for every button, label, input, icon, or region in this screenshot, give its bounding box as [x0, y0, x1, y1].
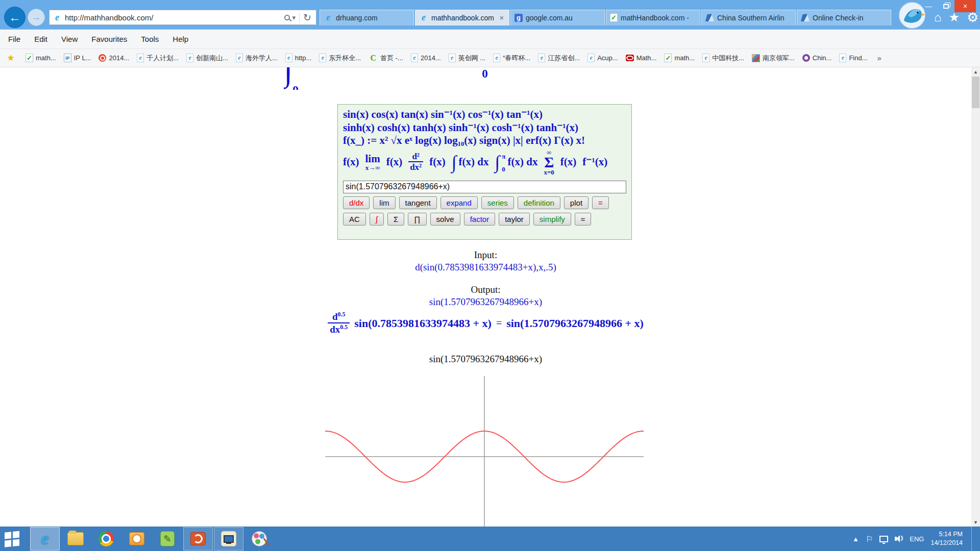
address-bar[interactable]: http://mathhandbook.com/ ▾ ↻ — [49, 10, 316, 25]
favorite-favicon — [839, 54, 846, 62]
calc-button[interactable]: simplify — [533, 213, 571, 226]
taskbar-app-icon — [99, 531, 114, 546]
taskbar-app-icon — [252, 531, 267, 546]
favorite-favicon — [538, 54, 545, 62]
calc-button[interactable]: plot — [564, 196, 589, 209]
favorite-item[interactable]: 南京领军... — [752, 54, 795, 63]
favorite-item[interactable]: “春晖杯... — [493, 54, 530, 63]
expression-input[interactable] — [343, 181, 626, 193]
menu-item[interactable]: Edit — [34, 35, 47, 43]
favorite-label: 中国科技... — [712, 54, 744, 63]
action-center-flag-icon[interactable]: ⚐ — [866, 534, 873, 544]
favorite-item[interactable] — [6, 54, 18, 63]
favorite-item[interactable]: 江苏省创... — [538, 54, 580, 63]
favorite-item[interactable]: http... — [285, 54, 312, 62]
calc-button[interactable]: solve — [430, 213, 460, 226]
favorite-item[interactable]: Acup... — [587, 54, 618, 62]
favorite-item[interactable]: 东升杯全... — [319, 54, 361, 63]
favorites-bar: math... IP L... 2014... 千人计划... — [0, 49, 980, 67]
search-caret-icon[interactable]: ▾ — [291, 14, 298, 21]
taskbar-app[interactable] — [153, 527, 182, 550]
menu-item[interactable]: File — [8, 35, 20, 43]
vertical-scrollbar[interactable]: ▲ ▼ — [971, 67, 980, 527]
tab[interactable]: China Southern Airline… — [701, 10, 796, 26]
favorite-item[interactable]: 2014... — [411, 54, 441, 62]
menu-item[interactable]: View — [61, 35, 78, 43]
favorite-favicon — [319, 54, 326, 62]
taskbar-app[interactable] — [122, 527, 152, 550]
tab[interactable]: drhuang.com — [320, 10, 414, 26]
calc-button[interactable]: = — [592, 196, 609, 209]
language-indicator[interactable]: ENG — [910, 535, 924, 543]
taskbar-app[interactable] — [91, 527, 121, 550]
favorite-item[interactable]: Find... — [839, 54, 867, 62]
favorite-item[interactable]: 千人计划... — [137, 54, 179, 63]
tab[interactable]: Online Check-in — [797, 10, 891, 26]
show-desktop-button[interactable] — [971, 527, 974, 551]
settings-gear-icon[interactable]: ⚙ — [967, 10, 978, 26]
menu-item[interactable]: Tools — [141, 35, 159, 43]
favorite-item[interactable]: IP L... — [64, 54, 91, 62]
calc-button[interactable]: factor — [464, 213, 496, 226]
search-icon[interactable] — [284, 15, 290, 20]
favorites-star-icon[interactable]: ★ — [949, 10, 960, 24]
calc-button[interactable]: lim — [373, 196, 395, 209]
calc-button[interactable]: definition — [518, 196, 560, 209]
taskbar-app[interactable] — [214, 527, 243, 550]
tab-close-icon[interactable]: × — [498, 13, 505, 22]
second-derivative-operator: d² dx² — [408, 152, 423, 172]
taskbar-app[interactable] — [183, 527, 213, 550]
home-icon[interactable]: ⌂ — [934, 10, 942, 24]
tab[interactable]: google.com.au — [510, 10, 605, 26]
network-icon[interactable] — [879, 536, 888, 542]
calc-button[interactable]: tangent — [399, 196, 437, 209]
clock[interactable]: 5:14 PM 14/12/2014 — [930, 530, 963, 547]
calc-button[interactable]: series — [481, 196, 514, 209]
menu-item[interactable]: Help — [173, 35, 188, 43]
favorite-label: Acup... — [597, 54, 618, 62]
taskbar-app-icon — [37, 531, 53, 547]
favorite-item[interactable]: math... — [664, 54, 695, 62]
favorite-favicon — [369, 54, 378, 63]
forward-button[interactable]: → — [28, 9, 45, 26]
scroll-down-arrow[interactable]: ▼ — [971, 518, 980, 527]
taskbar-app[interactable] — [30, 527, 60, 550]
favorite-item[interactable]: math... — [26, 54, 56, 62]
scroll-up-arrow[interactable]: ▲ — [971, 67, 980, 76]
site-favicon-ie — [53, 13, 62, 22]
volume-icon[interactable]: )) — [895, 535, 903, 542]
favorite-item[interactable]: 创新南山... — [186, 54, 228, 63]
menu-item[interactable]: Favourites — [91, 35, 127, 43]
tray-time: 5:14 PM — [930, 530, 963, 539]
tab[interactable]: mathHandbook.com -… — [606, 10, 700, 26]
tab[interactable]: mathhandbook.com × — [415, 10, 509, 26]
calc-button[interactable]: AC — [343, 213, 366, 226]
calc-button[interactable]: ∫ — [370, 213, 384, 226]
calc-button[interactable]: taylor — [499, 213, 530, 226]
favorite-item[interactable]: 首页 -... — [369, 54, 403, 63]
favorite-favicon — [802, 54, 810, 62]
address-divider — [299, 12, 300, 22]
favorite-item[interactable]: 中国科技... — [702, 54, 744, 63]
favorite-item[interactable]: Chin... — [802, 54, 832, 62]
favorite-item[interactable]: 英创网 ... — [449, 54, 485, 63]
favorites-overflow-chevron[interactable]: » — [877, 54, 881, 62]
calc-button[interactable]: ∏ — [408, 213, 426, 226]
taskbar-app[interactable] — [244, 527, 274, 550]
tab-favicon — [705, 14, 714, 21]
favorite-item[interactable]: 海外学人... — [236, 54, 278, 63]
calc-button[interactable]: Σ — [387, 213, 404, 226]
favorite-item[interactable]: 2014... — [99, 54, 129, 62]
back-button[interactable]: ← — [4, 7, 26, 28]
favorite-item[interactable]: Math... — [626, 54, 657, 62]
start-button[interactable] — [0, 527, 30, 551]
hidden-icons-arrow[interactable]: ▲ — [852, 535, 859, 543]
calc-button[interactable]: d/dx — [343, 196, 370, 209]
calc-button[interactable]: expand — [440, 196, 478, 209]
taskbar-app[interactable] — [61, 527, 90, 550]
url-text[interactable]: http://mathhandbook.com/ — [65, 13, 283, 22]
refresh-icon[interactable]: ↻ — [302, 12, 313, 23]
scrollbar-thumb[interactable] — [972, 77, 979, 108]
favorite-favicon — [626, 55, 634, 61]
calc-button[interactable]: ≈ — [575, 213, 591, 226]
